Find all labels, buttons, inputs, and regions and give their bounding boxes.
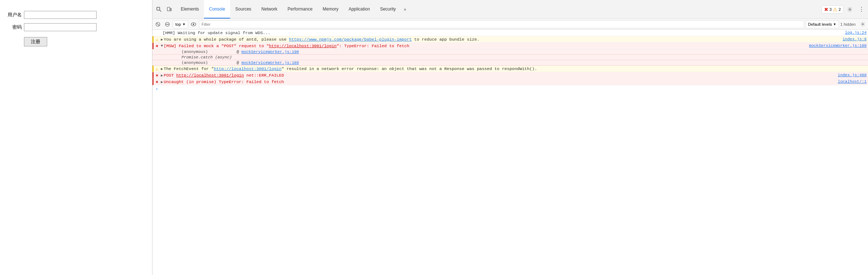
password-input[interactable] — [24, 23, 97, 31]
warn-count: 2 — [839, 7, 841, 12]
source-link-post[interactable]: index.js:488 — [835, 73, 867, 77]
error-count-badge[interactable]: ✖ 3 ⚠ 2 — [822, 5, 843, 13]
context-label: top — [175, 22, 181, 26]
password-row: 密码 — [7, 23, 145, 31]
console-text-antd: You are using a whole package of antd, p… — [164, 37, 840, 42]
inspect-icon[interactable] — [154, 4, 164, 15]
console-text-fetch: The FetchEvent for "http://localhost:300… — [164, 66, 867, 71]
chevron-down-icon-levels: ▼ — [833, 22, 836, 26]
console-text-msw: [MSW] Failed to mock a "POST" request to… — [164, 44, 806, 48]
default-levels-button[interactable]: Default levels ▼ — [806, 20, 839, 28]
error-dot-icon: ✖ — [824, 7, 828, 12]
context-selector[interactable]: top ▼ — [173, 20, 188, 28]
console-text-post: POST http://localhost:3001/login net::ER… — [164, 73, 835, 78]
error-icon-post: ✖ — [156, 73, 158, 78]
warn-icon-fetch: ⚠ — [156, 66, 158, 72]
stack-frame-2: Promise.catch (async) — [152, 55, 868, 60]
chevron-down-icon: ▼ — [182, 22, 186, 26]
device-toolbar-icon[interactable] — [164, 4, 174, 15]
block-requests-icon[interactable] — [163, 20, 171, 28]
stack-frame-3: (anonymous) @ mockServiceWorker.js:189 — [152, 60, 868, 66]
tab-sources[interactable]: Sources — [230, 0, 256, 19]
console-toolbar: top ▼ Default levels ▼ 1 hidden — [152, 19, 868, 30]
stack-frame-1: (anonymous) @ mockServiceWorker.js:190 — [152, 49, 868, 55]
devtools-tabbar: Elements Console Sources Network Perform… — [152, 0, 868, 19]
triangle-post[interactable]: ▶ — [161, 73, 163, 78]
svg-point-4 — [849, 8, 851, 10]
console-line-post: ✖ ▶ POST http://localhost:3001/login net… — [152, 72, 868, 79]
live-expressions-icon[interactable] — [190, 20, 197, 28]
clear-console-icon[interactable] — [154, 20, 162, 28]
more-tabs-button[interactable]: » — [401, 0, 409, 19]
source-link-hmr[interactable]: log.js:24 — [842, 30, 867, 35]
triangle-fetch[interactable]: ▶ — [161, 67, 163, 71]
tab-memory[interactable]: Memory — [318, 0, 343, 19]
tab-security[interactable]: Security — [375, 0, 401, 19]
devtools-tabs: Elements Console Sources Network Perform… — [176, 0, 409, 19]
error-icon-msw: ✖ — [156, 44, 158, 49]
warn-dot-icon: ⚠ — [833, 7, 838, 12]
error-icon-uncaught: ✖ — [156, 79, 158, 85]
svg-line-1 — [160, 10, 161, 12]
tab-network[interactable]: Network — [256, 0, 282, 19]
username-label: 用户名 — [7, 12, 22, 18]
warn-icon-antd: ⚠ — [156, 37, 158, 42]
devtools-right-controls: ✖ 3 ⚠ 2 ⋮ — [822, 4, 867, 15]
post-link[interactable]: http://localhost:3001/login — [176, 73, 244, 78]
source-link-antd[interactable]: index.js:8 — [840, 37, 867, 41]
console-text-hmr: [HMR] Waiting for update signal from WDS… — [163, 30, 842, 35]
console-prompt[interactable]: › — [152, 85, 868, 93]
triangle-msw[interactable]: ▼ — [161, 44, 163, 48]
svg-rect-0 — [157, 7, 160, 10]
tab-elements[interactable]: Elements — [176, 0, 204, 19]
register-button[interactable]: 注册 — [24, 37, 47, 46]
web-page-panel: 用户名 密码 注册 — [0, 0, 152, 275]
console-line-uncaught: ✖ ▶ Uncaught (in promise) TypeError: Fai… — [152, 79, 868, 85]
hidden-count: 1 hidden — [840, 22, 857, 26]
devtools-panel: Elements Console Sources Network Perform… — [152, 0, 868, 275]
default-levels-label: Default levels — [808, 22, 832, 26]
source-link-uncaught[interactable]: localhost/:1 — [835, 79, 867, 84]
antd-link[interactable]: https://www.npmjs.com/package/babel-plug… — [289, 37, 412, 42]
prompt-arrow-icon: › — [155, 86, 158, 92]
console-settings-icon[interactable] — [859, 20, 867, 28]
tab-console[interactable]: Console — [204, 0, 230, 19]
stack-link-3[interactable]: mockServiceWorker.js:189 — [241, 61, 299, 65]
username-input[interactable] — [24, 11, 97, 19]
username-row: 用户名 — [7, 11, 145, 19]
triangle-antd[interactable]: ▶ — [161, 37, 163, 42]
filter-input[interactable] — [199, 20, 804, 28]
svg-rect-3 — [170, 8, 171, 11]
source-link-msw[interactable]: mockServiceWorker.js:190 — [806, 44, 867, 48]
console-line-msw: ✖ ▼ [MSW] Failed to mock a "POST" reques… — [152, 43, 868, 49]
console-line-antd: ⚠ ▶ You are using a whole package of ant… — [152, 36, 868, 43]
password-label: 密码 — [7, 24, 22, 30]
devtools-settings-icon[interactable] — [845, 4, 855, 15]
stack-link-1[interactable]: mockServiceWorker.js:190 — [241, 50, 299, 54]
svg-point-10 — [193, 24, 194, 25]
error-count: 3 — [830, 7, 832, 12]
devtools-more-icon[interactable]: ⋮ — [856, 4, 867, 15]
msw-link[interactable]: http://localhost:3001/login — [269, 44, 337, 48]
svg-point-11 — [862, 24, 863, 25]
console-text-uncaught: Uncaught (in promise) TypeError: Failed … — [164, 79, 835, 84]
console-line-hmr: [HMR] Waiting for update signal from WDS… — [152, 30, 868, 36]
svg-rect-2 — [167, 7, 170, 11]
tab-performance[interactable]: Performance — [282, 0, 318, 19]
fetch-link[interactable]: http://localhost:3001/login — [214, 66, 281, 71]
console-line-fetchevent: ⚠ ▶ The FetchEvent for "http://localhost… — [152, 66, 868, 72]
tab-application[interactable]: Application — [343, 0, 375, 19]
triangle-uncaught[interactable]: ▶ — [161, 80, 163, 84]
console-output: [HMR] Waiting for update signal from WDS… — [152, 30, 868, 275]
svg-line-6 — [157, 23, 159, 25]
